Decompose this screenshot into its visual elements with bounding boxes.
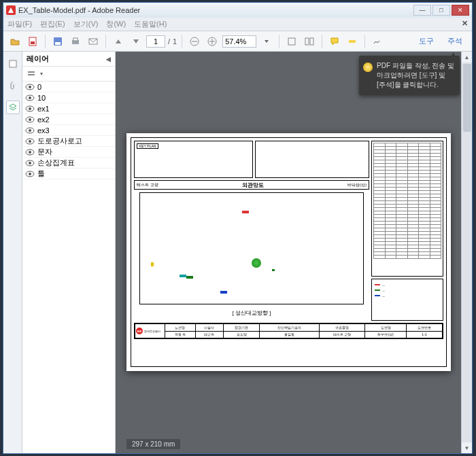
svg-point-25 (29, 107, 31, 110)
eye-icon[interactable] (25, 105, 35, 112)
menu-view[interactable]: 보기(V) (73, 19, 99, 29)
title-block: ex 한국도로공사 노선명 시설사 점검기관 진단책임기술자 구조물명 도면명 (134, 323, 443, 339)
layer-name: 틀 (37, 169, 45, 179)
legend-box: — — — (371, 279, 443, 321)
menu-help[interactable]: 도움말(H) (134, 19, 167, 29)
layer-name: 10 (37, 94, 46, 102)
sign-button[interactable] (370, 34, 385, 49)
damage-mark-dot (252, 258, 261, 268)
direction-label: [ 성산대교방향 ] (139, 309, 364, 317)
side-tab-strip (3, 52, 22, 453)
print-button[interactable] (68, 34, 83, 49)
layer-row[interactable]: 도로공사로고 (22, 136, 115, 147)
eye-icon[interactable] (25, 94, 35, 101)
svg-rect-15 (310, 38, 313, 45)
svg-point-31 (29, 140, 31, 143)
layer-options-button[interactable] (25, 69, 37, 80)
tb-v7: 하부면(상) (365, 331, 407, 338)
zoom-in-button[interactable] (205, 34, 220, 49)
hint-text: PDF 파일을 작성, 전송 및 마크업하려면 [도구] 및 [주석]을 클릭합… (377, 62, 454, 88)
maximize-button[interactable]: □ (432, 5, 450, 16)
eye-icon[interactable] (25, 138, 35, 145)
zoom-input[interactable] (222, 35, 256, 48)
page-down-button[interactable] (129, 34, 143, 49)
app-icon (6, 5, 16, 15)
page-number-input[interactable] (146, 35, 165, 48)
layer-row[interactable]: 문자 (22, 147, 115, 158)
reading-mode-button[interactable] (302, 34, 317, 49)
tb-v4: 포도당 (224, 331, 260, 338)
layer-row[interactable]: ex1 (22, 103, 115, 114)
close-button[interactable]: ✕ (452, 5, 469, 16)
layer-name: 손상집계표 (37, 158, 75, 168)
svg-point-29 (29, 129, 31, 132)
eye-icon[interactable] (25, 171, 35, 177)
layer-options-dropdown[interactable]: ▾ (40, 71, 43, 77)
eye-icon[interactable] (25, 127, 35, 134)
comment-bubble-button[interactable] (327, 34, 342, 49)
minimize-button[interactable]: — (413, 5, 431, 16)
layer-row[interactable]: 손상집계표 (22, 158, 115, 169)
layer-row[interactable]: ex3 (22, 125, 115, 136)
zoom-dropdown-button[interactable] (259, 34, 274, 49)
svg-rect-4 (55, 42, 61, 45)
menu-file[interactable]: 파일(F) (7, 19, 32, 29)
menu-window[interactable]: 창(W) (106, 19, 126, 29)
svg-rect-17 (10, 60, 16, 67)
damage-table-box (371, 141, 443, 277)
layer-row[interactable]: 0 (22, 82, 115, 92)
comment-link[interactable]: 주석 (442, 36, 468, 46)
save-button[interactable] (50, 34, 65, 49)
ex-logo-text: 한국도로공사 (144, 330, 160, 333)
scroll-thumb[interactable] (463, 64, 471, 132)
svg-point-37 (29, 173, 31, 175)
email-button[interactable] (86, 34, 101, 49)
tb-h8: 도면번호 (406, 324, 442, 332)
tools-link[interactable]: 도구 (413, 36, 439, 46)
status-dimensions: 297 x 210 mm (126, 439, 180, 449)
ex-logo: ex 한국도로공사 (136, 327, 163, 335)
svg-point-21 (29, 86, 31, 88)
damage-mark-cyan (180, 275, 186, 277)
menubar-close-icon[interactable]: ✕ (462, 19, 468, 28)
svg-rect-2 (31, 41, 35, 44)
svg-point-35 (29, 162, 31, 164)
svg-rect-14 (305, 38, 309, 45)
damage-table (373, 143, 441, 275)
panel-collapse-button[interactable]: ◀ (106, 56, 111, 63)
layer-name: 도로공사로고 (37, 136, 82, 146)
svg-point-23 (29, 97, 31, 99)
layers-list: 010ex1ex2ex3도로공사로고문자손상집계표틀 (22, 82, 115, 453)
thumbnails-tab[interactable] (6, 57, 20, 71)
eye-icon[interactable] (25, 116, 35, 123)
vertical-scrollbar[interactable]: ▲ ▼ (461, 52, 472, 453)
eye-icon[interactable] (25, 160, 35, 166)
open-button[interactable] (7, 34, 22, 49)
attachments-tab[interactable] (6, 79, 20, 92)
title-left: 테스트 교량 (135, 182, 160, 188)
eye-icon[interactable] (25, 84, 35, 90)
fit-window-button[interactable] (284, 34, 299, 49)
scroll-up-button[interactable]: ▲ (462, 52, 472, 63)
menu-edit[interactable]: 편집(E) (40, 19, 65, 29)
eye-icon[interactable] (25, 149, 35, 156)
layer-row[interactable]: 틀 (22, 169, 115, 179)
layer-row[interactable]: 10 (22, 92, 115, 103)
layer-row[interactable]: ex2 (22, 114, 115, 125)
create-pdf-button[interactable] (25, 34, 40, 49)
page-total: 1 (173, 37, 177, 46)
highlight-button[interactable] (345, 34, 360, 49)
top-middle-box (255, 141, 369, 178)
zoom-out-button[interactable] (187, 34, 202, 49)
layers-tab[interactable] (6, 101, 20, 114)
svg-rect-19 (28, 74, 35, 75)
svg-rect-6 (73, 38, 78, 41)
keyplan-label: KEY PLAN (137, 143, 158, 149)
document-canvas[interactable]: PDF 파일을 작성, 전송 및 마크업하려면 [도구] 및 [주석]을 클릭합… (116, 52, 472, 453)
pdf-page: KEY PLAN — — — 테스트 교량 (126, 133, 451, 371)
damage-mark-green-2 (272, 269, 275, 271)
layers-panel: 레이어 ◀ ▾ 010ex1ex2ex3도로공사로고문자손상집계표틀 (22, 52, 116, 453)
page-up-button[interactable] (111, 34, 126, 49)
scroll-down-button[interactable]: ▼ (462, 442, 472, 453)
tb-v8: 1-1 (406, 331, 442, 338)
